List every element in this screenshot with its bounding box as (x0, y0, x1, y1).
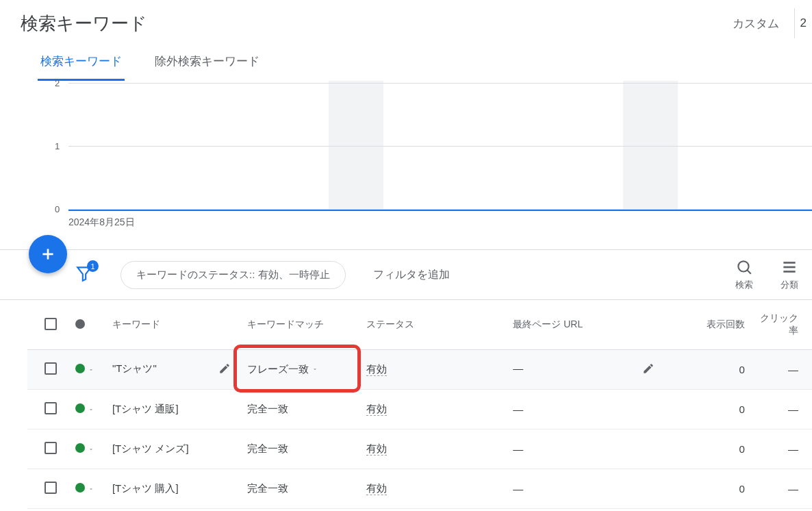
keyword-text: [Tシャツ 購入] (112, 482, 179, 494)
table-row[interactable]: [Tシャツ 購入] 完全一致 有効 — 0 — (27, 469, 812, 509)
status-text[interactable]: 有効 (366, 482, 387, 495)
chevron-down-icon[interactable] (88, 483, 94, 495)
col-impressions[interactable]: 表示回数 (665, 300, 750, 350)
status-text[interactable]: 有効 (366, 403, 387, 416)
impressions-value: 0 (739, 364, 745, 375)
chart-date-label: 2024年8月25日 (68, 216, 812, 229)
svg-line-4 (747, 270, 750, 273)
keywords-table: キーワード キーワードマッチ ステータス 最終ページ URL 表示回数 クリック… (27, 300, 812, 509)
col-keyword[interactable]: キーワード (107, 300, 242, 350)
chevron-down-icon[interactable] (88, 443, 94, 455)
y-axis-tick: 1 (55, 141, 60, 151)
tab-search-keywords[interactable]: 検索キーワード (38, 47, 125, 81)
y-axis-tick: 2 (55, 78, 60, 88)
status-dot-enabled[interactable] (75, 403, 85, 413)
match-type-text: フレーズ一致 (247, 363, 309, 375)
impressions-value: 0 (739, 483, 745, 495)
svg-point-3 (738, 261, 748, 271)
final-url-text: — (513, 362, 523, 374)
status-text[interactable]: 有効 (366, 363, 387, 376)
status-dot-enabled[interactable] (75, 483, 85, 493)
chevron-down-icon[interactable] (312, 363, 318, 375)
keyword-text: [Tシャツ メンズ] (112, 443, 189, 454)
table-row[interactable]: "Tシャツ" フレーズ一致 有効 — 0 — (27, 350, 812, 390)
plus-icon (39, 245, 57, 263)
daterange-custom-label[interactable]: カスタム (733, 16, 787, 32)
final-url-text: — (513, 483, 523, 495)
match-type-text: 完全一致 (247, 443, 288, 454)
chart-baseline (68, 210, 812, 211)
ctr-value: — (788, 403, 798, 415)
row-checkbox[interactable] (45, 362, 57, 375)
filter-chip-status[interactable]: キーワードのステータス:: 有効、一時停止 (120, 261, 346, 289)
filter-indicator[interactable]: 1 (75, 264, 93, 285)
match-type-text: 完全一致 (247, 482, 288, 494)
ctr-value: — (788, 364, 798, 375)
chart-area: 2 1 0 (55, 81, 812, 211)
col-final-url[interactable]: 最終ページ URL (507, 300, 665, 350)
row-checkbox[interactable] (45, 402, 57, 414)
segment-button[interactable]: 分類 (781, 258, 798, 291)
keyword-text: "Tシャツ" (112, 362, 157, 374)
row-checkbox[interactable] (45, 482, 57, 494)
search-label: 検索 (735, 279, 753, 291)
chevron-down-icon[interactable] (88, 403, 94, 415)
ctr-value: — (788, 483, 798, 495)
search-icon (735, 258, 753, 276)
grid-line (68, 83, 812, 84)
impressions-value: 0 (739, 403, 745, 415)
col-status[interactable]: ステータス (361, 300, 507, 350)
status-text[interactable]: 有効 (366, 443, 387, 456)
final-url-text: — (513, 443, 523, 455)
y-axis-tick: 0 (55, 204, 60, 214)
header-status-dot[interactable] (75, 319, 85, 329)
status-dot-enabled[interactable] (75, 443, 85, 453)
select-all-checkbox[interactable] (45, 318, 57, 330)
chevron-down-icon[interactable] (88, 364, 94, 375)
match-type-text: 完全一致 (247, 403, 288, 414)
col-match[interactable]: キーワードマッチ (242, 300, 361, 350)
col-ctr[interactable]: クリック率 (750, 300, 812, 350)
edit-keyword-button[interactable] (218, 362, 231, 377)
row-checkbox[interactable] (45, 442, 57, 454)
table-row[interactable]: [Tシャツ 通販] 完全一致 有効 — 0 — (27, 390, 812, 429)
final-url-text: — (513, 403, 523, 415)
search-button[interactable]: 検索 (735, 258, 753, 291)
edge-number: 2 (794, 8, 812, 38)
keyword-text: [Tシャツ 通販] (112, 403, 179, 414)
impressions-value: 0 (739, 443, 745, 455)
edit-url-button[interactable] (642, 362, 655, 377)
add-button[interactable] (29, 235, 67, 273)
add-filter-button[interactable]: フィルタを追加 (373, 268, 450, 282)
table-row[interactable]: [Tシャツ メンズ] 完全一致 有効 — 0 — (27, 429, 812, 469)
filter-count-badge: 1 (87, 260, 99, 272)
segment-label: 分類 (781, 279, 798, 291)
page-title: 検索キーワード (21, 12, 147, 36)
ctr-value: — (788, 443, 798, 455)
segment-icon (781, 258, 798, 276)
status-dot-enabled[interactable] (75, 364, 85, 373)
grid-line (68, 146, 812, 147)
tab-negative-keywords[interactable]: 除外検索キーワード (152, 47, 262, 81)
